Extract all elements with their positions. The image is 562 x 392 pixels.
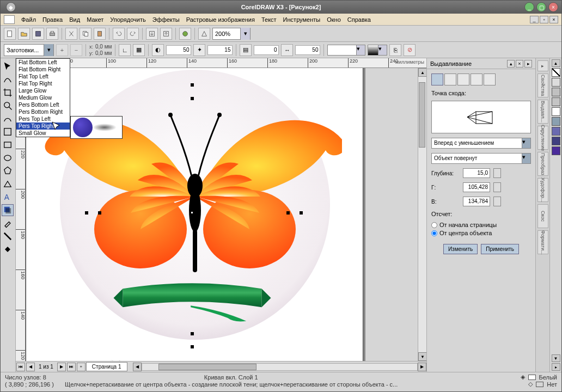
menu-effects[interactable]: Эффекты: [152, 16, 180, 23]
menu-view[interactable]: Вид: [69, 16, 80, 23]
rectangle-tool[interactable]: [2, 139, 14, 151]
menu-bitmaps[interactable]: Растровые изображения: [186, 16, 255, 23]
freehand-tool[interactable]: [2, 113, 14, 125]
eyedropper-tool[interactable]: [2, 217, 14, 229]
hscroll-thumb[interactable]: [158, 364, 256, 370]
h-spinner[interactable]: [493, 182, 501, 192]
preset-item[interactable]: Pers Top Right: [16, 122, 70, 130]
fade-field[interactable]: 0: [254, 45, 279, 55]
menu-file[interactable]: Файл: [21, 16, 36, 23]
palette-down-button[interactable]: ▼: [552, 354, 560, 362]
stretch-icon[interactable]: ↔: [281, 44, 293, 56]
vanishing-point-preview[interactable]: [431, 101, 531, 133]
scroll-left-button[interactable]: ◀: [133, 363, 142, 371]
extrude-tab-rotation[interactable]: [444, 74, 456, 85]
copy-button[interactable]: [80, 28, 91, 40]
ellipse-tool[interactable]: [2, 152, 14, 164]
docker-menu-button[interactable]: ▸: [524, 60, 532, 68]
first-page-button[interactable]: ⏮: [16, 363, 25, 371]
rotation-combo[interactable]: Объект повернут▾: [431, 153, 531, 164]
last-page-button[interactable]: ⏭: [67, 363, 76, 371]
interactive-dropshadow-tool[interactable]: [2, 204, 14, 216]
zoom-input[interactable]: [213, 30, 240, 37]
menu-arrange[interactable]: Упорядочить: [110, 16, 145, 23]
preset-item[interactable]: Pers Top Left: [16, 115, 70, 122]
feather-slider-icon[interactable]: ✦: [193, 44, 205, 56]
mdi-minimize-button[interactable]: _: [530, 16, 539, 23]
color-swatch[interactable]: [552, 88, 560, 96]
zoom-level-combo[interactable]: ▾: [212, 28, 251, 40]
depth-spinner[interactable]: [493, 168, 501, 178]
docker-tab-extrude[interactable]: Выдавл...: [537, 100, 548, 124]
maximize-button[interactable]: ▢: [536, 2, 546, 12]
preset-item[interactable]: Flat Top Right: [16, 80, 70, 87]
next-page-button[interactable]: ▶: [57, 363, 66, 371]
edit-button[interactable]: Изменить: [443, 244, 478, 254]
color-swatch[interactable]: [552, 137, 560, 145]
menu-edit[interactable]: Правка: [42, 16, 63, 23]
sys-menu-icon[interactable]: ◆: [6, 2, 16, 12]
import-button[interactable]: [146, 28, 158, 40]
basic-shapes-tool[interactable]: [2, 178, 14, 190]
docker-tab-transform[interactable]: Преобраз: [537, 152, 548, 176]
polygon-tool[interactable]: [2, 165, 14, 177]
extrude-tab-color[interactable]: [471, 74, 482, 85]
depth-field[interactable]: 15,0: [463, 168, 490, 178]
color-swatch[interactable]: [552, 97, 560, 106]
preset-item[interactable]: Pers Bottom Left: [16, 101, 70, 108]
color-swatch[interactable]: [552, 146, 560, 155]
menu-text[interactable]: Текст: [261, 16, 277, 23]
fill-swatch[interactable]: [528, 375, 536, 380]
shape-tool[interactable]: [2, 74, 14, 85]
chevron-down-icon[interactable]: ▾: [44, 44, 53, 56]
interactive-fill-tool[interactable]: [2, 256, 14, 268]
stretch-field[interactable]: 50: [295, 45, 320, 55]
docker-tab-fillet[interactable]: Скругление: [537, 126, 548, 150]
undo-button[interactable]: [113, 28, 125, 40]
preset-remove-button[interactable]: −: [70, 44, 82, 56]
paste-button[interactable]: [94, 28, 106, 40]
docker-collapse-button[interactable]: ▴: [507, 60, 515, 68]
extrude-tab-light[interactable]: [457, 74, 469, 85]
docker-tab-properties[interactable]: Свойства: [537, 74, 548, 97]
page-tab-1[interactable]: Страница 1: [86, 362, 127, 371]
pick-tool[interactable]: [2, 60, 14, 72]
outline-swatch[interactable]: [536, 382, 543, 387]
menu-layout[interactable]: Макет: [87, 16, 103, 23]
preset-item[interactable]: Small Glow: [16, 130, 70, 137]
opacity-field[interactable]: 50: [166, 45, 191, 55]
extrude-tab-vanish[interactable]: [431, 74, 443, 85]
presets-dropdown-list[interactable]: Flat Bottom LeftFlat Bottom RightFlat To…: [16, 58, 70, 137]
menu-window[interactable]: Окно: [327, 16, 341, 23]
scroll-right-button[interactable]: ▶: [418, 363, 426, 371]
new-button[interactable]: [4, 28, 16, 40]
open-button[interactable]: [18, 28, 30, 40]
print-button[interactable]: [46, 28, 58, 40]
shadow-color-combo[interactable]: ▾: [327, 45, 365, 56]
canvas-viewport[interactable]: www.corel-lessons.com: [26, 68, 418, 361]
docker-tab-artistic[interactable]: Худофор...: [537, 178, 548, 202]
preset-item[interactable]: Flat Bottom Right: [16, 66, 70, 73]
welcome-button[interactable]: [198, 28, 210, 40]
preset-item[interactable]: Flat Top Left: [16, 73, 70, 80]
palette-up-button[interactable]: ▲: [552, 59, 560, 67]
vanish-type-combo[interactable]: Вперед с уменьшением▾: [431, 138, 531, 149]
radio-page-origin[interactable]: От начала страницы: [431, 222, 531, 228]
menu-tools[interactable]: Инструменты: [283, 16, 321, 23]
copy-properties-button[interactable]: ⎘: [389, 44, 401, 56]
clear-effect-button[interactable]: ⊘: [404, 44, 416, 56]
color-swatch[interactable]: [552, 107, 560, 116]
extrude-tab-bevel[interactable]: [484, 74, 496, 85]
zoom-tool[interactable]: [2, 100, 14, 112]
vertical-scrollbar[interactable]: ▲ ▼: [418, 68, 426, 361]
fill-tool[interactable]: [2, 243, 14, 255]
docker-tab-bevel[interactable]: Скос: [537, 204, 548, 228]
preset-add-button[interactable]: +: [56, 44, 68, 56]
shadow-mode-combo[interactable]: ▾: [368, 45, 387, 56]
app-launcher-button[interactable]: [179, 28, 191, 40]
app-icon[interactable]: [4, 15, 15, 24]
feather-field[interactable]: 15: [207, 45, 233, 55]
save-button[interactable]: [32, 28, 44, 40]
mdi-restore-button[interactable]: ▫: [540, 16, 548, 23]
color-swatch[interactable]: [552, 127, 560, 136]
